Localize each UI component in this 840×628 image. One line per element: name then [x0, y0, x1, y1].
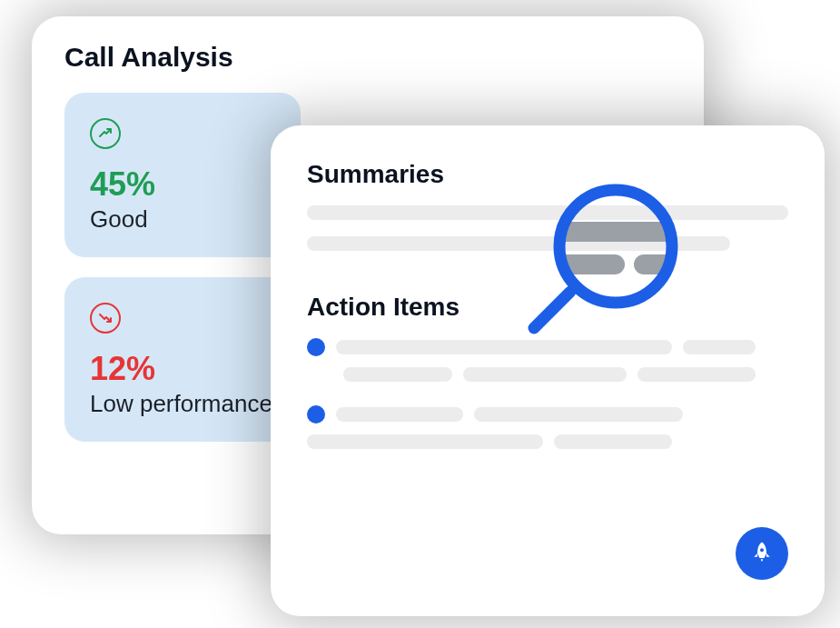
svg-rect-3 — [634, 254, 688, 274]
summaries-placeholder — [307, 205, 788, 251]
trend-up-icon — [90, 118, 121, 149]
stat-label-low: Low performance — [90, 390, 275, 418]
call-analysis-title: Call Analysis — [64, 42, 671, 73]
action-item-row — [307, 405, 788, 449]
svg-point-6 — [760, 548, 764, 552]
action-items-section: Action Items — [307, 293, 788, 449]
action-item-row — [307, 338, 788, 382]
summaries-title: Summaries — [307, 160, 788, 189]
stat-value-low: 12% — [90, 350, 275, 388]
trend-down-icon — [90, 303, 121, 334]
action-items-title: Action Items — [307, 293, 788, 322]
svg-rect-2 — [543, 254, 625, 274]
stat-box-low: 12% Low performance — [64, 277, 301, 442]
stat-box-good: 45% Good — [64, 93, 301, 257]
bullet-icon — [307, 405, 325, 424]
bullet-icon — [307, 338, 325, 356]
stat-value-good: 45% — [90, 165, 275, 204]
summaries-card: Summaries Action Items — [271, 125, 825, 616]
stat-label-good: Good — [90, 205, 275, 234]
rocket-icon[interactable] — [736, 527, 788, 580]
